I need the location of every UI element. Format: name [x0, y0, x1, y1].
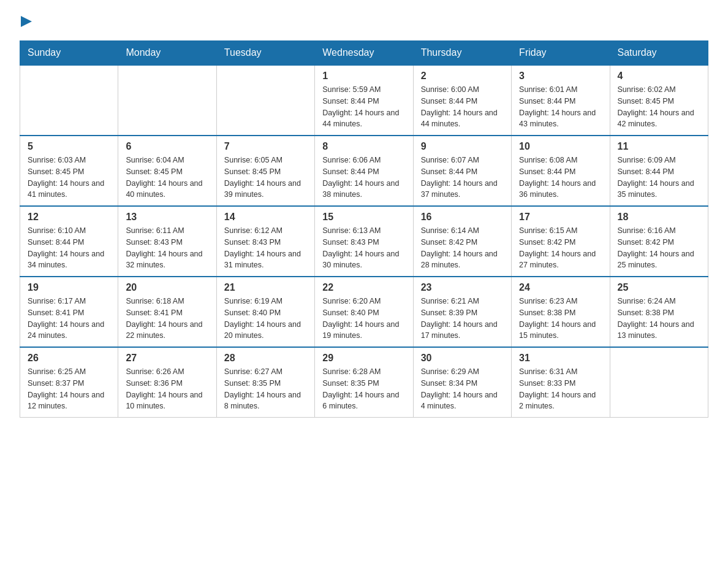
header-sunday: Sunday: [20, 41, 118, 66]
day-number: 18: [618, 212, 700, 223]
header-wednesday: Wednesday: [315, 41, 413, 66]
day-info: Sunrise: 6:03 AM Sunset: 8:45 PM Dayligh…: [28, 155, 110, 201]
day-number: 25: [618, 282, 700, 293]
header-tuesday: Tuesday: [216, 41, 314, 66]
calendar-cell: [610, 347, 708, 418]
day-number: 29: [322, 353, 405, 364]
calendar-cell: 7Sunrise: 6:05 AM Sunset: 8:45 PM Daylig…: [216, 136, 314, 206]
calendar-cell: 24Sunrise: 6:23 AM Sunset: 8:38 PM Dayli…: [512, 277, 610, 347]
calendar-cell: 31Sunrise: 6:31 AM Sunset: 8:33 PM Dayli…: [512, 347, 610, 418]
day-info: Sunrise: 6:15 AM Sunset: 8:42 PM Dayligh…: [519, 225, 602, 271]
day-number: 16: [421, 212, 504, 223]
calendar-week-row: 19Sunrise: 6:17 AM Sunset: 8:41 PM Dayli…: [20, 277, 708, 347]
day-info: Sunrise: 6:31 AM Sunset: 8:33 PM Dayligh…: [519, 366, 602, 412]
day-info: Sunrise: 6:07 AM Sunset: 8:44 PM Dayligh…: [421, 155, 504, 201]
day-info: Sunrise: 6:28 AM Sunset: 8:35 PM Dayligh…: [322, 366, 405, 412]
calendar-cell: 1Sunrise: 5:59 AM Sunset: 8:44 PM Daylig…: [315, 65, 413, 136]
calendar-cell: 16Sunrise: 6:14 AM Sunset: 8:42 PM Dayli…: [413, 206, 511, 277]
calendar-table: Sunday Monday Tuesday Wednesday Thursday…: [20, 40, 708, 418]
day-info: Sunrise: 5:59 AM Sunset: 8:44 PM Dayligh…: [322, 84, 405, 130]
header-monday: Monday: [118, 41, 216, 66]
calendar-cell: 11Sunrise: 6:09 AM Sunset: 8:44 PM Dayli…: [610, 136, 708, 206]
day-info: Sunrise: 6:13 AM Sunset: 8:43 PM Dayligh…: [322, 225, 405, 271]
calendar-week-row: 26Sunrise: 6:25 AM Sunset: 8:37 PM Dayli…: [20, 347, 708, 418]
calendar-cell: 8Sunrise: 6:06 AM Sunset: 8:44 PM Daylig…: [315, 136, 413, 206]
header-friday: Friday: [512, 41, 610, 66]
day-info: Sunrise: 6:09 AM Sunset: 8:44 PM Dayligh…: [618, 155, 700, 201]
calendar-cell: 17Sunrise: 6:15 AM Sunset: 8:42 PM Dayli…: [512, 206, 610, 277]
svg-marker-0: [21, 16, 32, 27]
calendar-cell: 22Sunrise: 6:20 AM Sunset: 8:40 PM Dayli…: [315, 277, 413, 347]
calendar-body: 1Sunrise: 5:59 AM Sunset: 8:44 PM Daylig…: [20, 65, 708, 418]
day-info: Sunrise: 6:23 AM Sunset: 8:38 PM Dayligh…: [519, 296, 602, 342]
day-info: Sunrise: 6:20 AM Sunset: 8:40 PM Dayligh…: [322, 296, 405, 342]
day-number: 31: [519, 353, 602, 364]
calendar-cell: 28Sunrise: 6:27 AM Sunset: 8:35 PM Dayli…: [216, 347, 314, 418]
day-number: 5: [28, 141, 110, 152]
calendar-cell: 9Sunrise: 6:07 AM Sunset: 8:44 PM Daylig…: [413, 136, 511, 206]
day-number: 6: [126, 141, 208, 152]
calendar-cell: 18Sunrise: 6:16 AM Sunset: 8:42 PM Dayli…: [610, 206, 708, 277]
day-info: Sunrise: 6:27 AM Sunset: 8:35 PM Dayligh…: [224, 366, 307, 412]
day-number: 17: [519, 212, 602, 223]
calendar-cell: 6Sunrise: 6:04 AM Sunset: 8:45 PM Daylig…: [118, 136, 216, 206]
calendar-cell: 23Sunrise: 6:21 AM Sunset: 8:39 PM Dayli…: [413, 277, 511, 347]
day-number: 3: [519, 71, 602, 82]
calendar-cell: 15Sunrise: 6:13 AM Sunset: 8:43 PM Dayli…: [315, 206, 413, 277]
day-info: Sunrise: 6:19 AM Sunset: 8:40 PM Dayligh…: [224, 296, 307, 342]
day-number: 22: [322, 282, 405, 293]
day-number: 7: [224, 141, 307, 152]
day-info: Sunrise: 6:00 AM Sunset: 8:44 PM Dayligh…: [421, 84, 504, 130]
day-info: Sunrise: 6:12 AM Sunset: 8:43 PM Dayligh…: [224, 225, 307, 271]
day-number: 13: [126, 212, 208, 223]
day-number: 15: [322, 212, 405, 223]
day-info: Sunrise: 6:24 AM Sunset: 8:38 PM Dayligh…: [618, 296, 700, 342]
day-number: 20: [126, 282, 208, 293]
day-number: 12: [28, 212, 110, 223]
day-info: Sunrise: 6:08 AM Sunset: 8:44 PM Dayligh…: [519, 155, 602, 201]
day-info: Sunrise: 6:16 AM Sunset: 8:42 PM Dayligh…: [618, 225, 700, 271]
logo-flag-icon: [21, 16, 32, 27]
calendar-cell: 20Sunrise: 6:18 AM Sunset: 8:41 PM Dayli…: [118, 277, 216, 347]
calendar-header: Sunday Monday Tuesday Wednesday Thursday…: [20, 41, 708, 66]
day-number: 23: [421, 282, 504, 293]
day-info: Sunrise: 6:04 AM Sunset: 8:45 PM Dayligh…: [126, 155, 208, 201]
calendar-week-row: 5Sunrise: 6:03 AM Sunset: 8:45 PM Daylig…: [20, 136, 708, 206]
day-number: 11: [618, 141, 700, 152]
day-info: Sunrise: 6:06 AM Sunset: 8:44 PM Dayligh…: [322, 155, 405, 201]
day-info: Sunrise: 6:17 AM Sunset: 8:41 PM Dayligh…: [28, 296, 110, 342]
calendar-cell: 2Sunrise: 6:00 AM Sunset: 8:44 PM Daylig…: [413, 65, 511, 136]
calendar-cell: 27Sunrise: 6:26 AM Sunset: 8:36 PM Dayli…: [118, 347, 216, 418]
calendar-cell: 5Sunrise: 6:03 AM Sunset: 8:45 PM Daylig…: [20, 136, 118, 206]
day-info: Sunrise: 6:21 AM Sunset: 8:39 PM Dayligh…: [421, 296, 504, 342]
day-number: 1: [322, 71, 405, 82]
day-info: Sunrise: 6:29 AM Sunset: 8:34 PM Dayligh…: [421, 366, 504, 412]
calendar-cell: 30Sunrise: 6:29 AM Sunset: 8:34 PM Dayli…: [413, 347, 511, 418]
day-number: 30: [421, 353, 504, 364]
calendar-week-row: 1Sunrise: 5:59 AM Sunset: 8:44 PM Daylig…: [20, 65, 708, 136]
day-info: Sunrise: 6:18 AM Sunset: 8:41 PM Dayligh…: [126, 296, 208, 342]
calendar-week-row: 12Sunrise: 6:10 AM Sunset: 8:44 PM Dayli…: [20, 206, 708, 277]
day-number: 24: [519, 282, 602, 293]
calendar-cell: [118, 65, 216, 136]
day-info: Sunrise: 6:01 AM Sunset: 8:44 PM Dayligh…: [519, 84, 602, 130]
day-number: 4: [618, 71, 700, 82]
calendar-cell: 29Sunrise: 6:28 AM Sunset: 8:35 PM Dayli…: [315, 347, 413, 418]
day-info: Sunrise: 6:25 AM Sunset: 8:37 PM Dayligh…: [28, 366, 110, 412]
calendar-cell: 25Sunrise: 6:24 AM Sunset: 8:38 PM Dayli…: [610, 277, 708, 347]
calendar-cell: 10Sunrise: 6:08 AM Sunset: 8:44 PM Dayli…: [512, 136, 610, 206]
calendar-cell: 3Sunrise: 6:01 AM Sunset: 8:44 PM Daylig…: [512, 65, 610, 136]
day-info: Sunrise: 6:02 AM Sunset: 8:45 PM Dayligh…: [618, 84, 700, 130]
day-number: 21: [224, 282, 307, 293]
header-saturday: Saturday: [610, 41, 708, 66]
calendar-cell: [20, 65, 118, 136]
day-number: 10: [519, 141, 602, 152]
header-thursday: Thursday: [413, 41, 511, 66]
day-info: Sunrise: 6:14 AM Sunset: 8:42 PM Dayligh…: [421, 225, 504, 271]
day-info: Sunrise: 6:10 AM Sunset: 8:44 PM Dayligh…: [28, 225, 110, 271]
calendar-cell: 26Sunrise: 6:25 AM Sunset: 8:37 PM Dayli…: [20, 347, 118, 418]
calendar-cell: 13Sunrise: 6:11 AM Sunset: 8:43 PM Dayli…: [118, 206, 216, 277]
header-row: Sunday Monday Tuesday Wednesday Thursday…: [20, 41, 708, 66]
calendar-cell: [216, 65, 314, 136]
page-header: [20, 15, 708, 29]
